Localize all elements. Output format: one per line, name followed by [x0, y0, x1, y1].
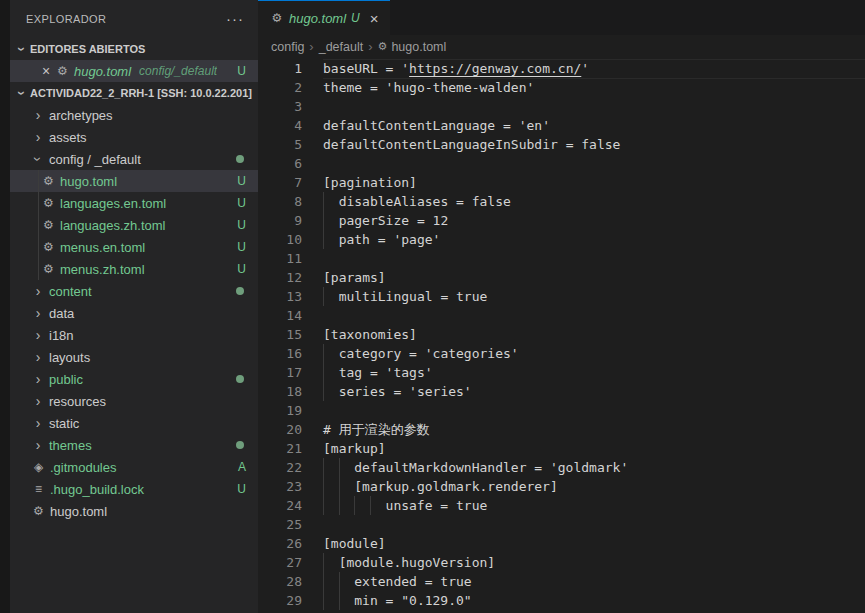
code-line-29[interactable]: 29 min = "0.129.0": [258, 591, 865, 610]
code-editor[interactable]: 1baseURL = 'https://genway.com.cn/'2them…: [258, 58, 865, 613]
code-line-8[interactable]: 8 disableAliases = false: [258, 192, 865, 211]
tree-item-gitmodules[interactable]: ◈.gitmodulesA: [10, 456, 258, 478]
line-number[interactable]: 12: [258, 268, 302, 287]
code-line-3[interactable]: 3: [258, 97, 865, 116]
code-line-22[interactable]: 22 defaultMarkdownHandler = 'goldmark': [258, 458, 865, 477]
code-line-13[interactable]: 13 multiLingual = true: [258, 287, 865, 306]
line-number[interactable]: 17: [258, 363, 302, 382]
code-line-5[interactable]: 5defaultContentLanguageInSubdir = false: [258, 135, 865, 154]
code-text: defaultMarkdownHandler = 'goldmark': [354, 460, 628, 475]
line-number[interactable]: 11: [258, 249, 302, 268]
line-number[interactable]: 8: [258, 192, 302, 211]
indent-guide: [323, 230, 339, 249]
line-content: [markup.goldmark.renderer]: [323, 477, 558, 496]
line-number[interactable]: 24: [258, 496, 302, 515]
workspace-section-header[interactable]: › ACTIVIDAD22_2_RRH-1 [SSH: 10.0.22.201]: [10, 82, 258, 104]
line-number[interactable]: 13: [258, 287, 302, 306]
open-editor-item-hugo-toml[interactable]: × ⚙ hugo.toml config/_default U: [10, 60, 258, 82]
line-number[interactable]: 7: [258, 173, 302, 192]
line-number[interactable]: 6: [258, 154, 302, 173]
line-number[interactable]: 26: [258, 534, 302, 553]
code-line-2[interactable]: 2theme = 'hugo-theme-walden': [258, 78, 865, 97]
code-line-14[interactable]: 14: [258, 306, 865, 325]
tree-item-public[interactable]: ›public: [10, 368, 258, 390]
tree-item-languages-zh-toml[interactable]: ⚙languages.zh.tomlU: [10, 214, 258, 236]
line-number[interactable]: 25: [258, 515, 302, 534]
tree-item-layouts[interactable]: ›layouts: [10, 346, 258, 368]
line-number[interactable]: 10: [258, 230, 302, 249]
line-number[interactable]: 4: [258, 116, 302, 135]
tree-item-menus-en-toml[interactable]: ⚙menus.en.tomlU: [10, 236, 258, 258]
code-line-1[interactable]: 1baseURL = 'https://genway.com.cn/': [258, 59, 865, 78]
close-icon[interactable]: ×: [370, 11, 379, 26]
tree-item-i18n[interactable]: ›i18n: [10, 324, 258, 346]
code-line-10[interactable]: 10 path = 'page': [258, 230, 865, 249]
line-number[interactable]: 20: [258, 420, 302, 439]
code-line-18[interactable]: 18 series = 'series': [258, 382, 865, 401]
tree-item-label: config / _default: [49, 152, 141, 167]
code-line-11[interactable]: 11: [258, 249, 865, 268]
code-line-9[interactable]: 9 pagerSize = 12: [258, 211, 865, 230]
code-line-21[interactable]: 21[markup]: [258, 439, 865, 458]
tree-item-hugo-toml[interactable]: ⚙hugo.tomlU: [10, 170, 258, 192]
line-number[interactable]: 18: [258, 382, 302, 401]
open-editor-file-name: hugo.toml: [74, 64, 131, 79]
code-line-12[interactable]: 12[params]: [258, 268, 865, 287]
tree-item-data[interactable]: ›data: [10, 302, 258, 324]
code-line-26[interactable]: 26[module]: [258, 534, 865, 553]
breadcrumb-item--default[interactable]: _default: [319, 40, 363, 54]
code-line-4[interactable]: 4defaultContentLanguage = 'en': [258, 116, 865, 135]
detected-link[interactable]: https://genway.com.cn/: [409, 61, 581, 76]
tree-item-label: assets: [49, 130, 87, 145]
line-number[interactable]: 19: [258, 401, 302, 420]
indent-guide: [323, 458, 339, 477]
tree-item-label: hugo.toml: [50, 504, 107, 519]
tab-hugo-toml[interactable]: ⚙ hugo.toml U ×: [258, 0, 390, 35]
tree-item-static[interactable]: ›static: [10, 412, 258, 434]
line-number[interactable]: 9: [258, 211, 302, 230]
open-editors-section-header[interactable]: › EDITORES ABIERTOS: [10, 38, 258, 60]
code-line-7[interactable]: 7[pagination]: [258, 173, 865, 192]
line-number[interactable]: 5: [258, 135, 302, 154]
breadcrumb-item-hugo-toml[interactable]: ⚙hugo.toml: [378, 40, 447, 54]
line-number[interactable]: 22: [258, 458, 302, 477]
more-actions-icon[interactable]: ···: [226, 14, 244, 24]
breadcrumb-item-config[interactable]: config: [271, 40, 304, 54]
code-line-27[interactable]: 27 [module.hugoVersion]: [258, 553, 865, 572]
line-content: path = 'page': [323, 230, 440, 249]
line-number[interactable]: 23: [258, 477, 302, 496]
indent-guide: [323, 496, 339, 515]
code-line-25[interactable]: 25: [258, 515, 865, 534]
code-line-16[interactable]: 16 category = 'categories': [258, 344, 865, 363]
line-number[interactable]: 21: [258, 439, 302, 458]
tree-item-content[interactable]: ›content: [10, 280, 258, 302]
line-number[interactable]: 14: [258, 306, 302, 325]
line-number[interactable]: 16: [258, 344, 302, 363]
tree-item-languages-en-toml[interactable]: ⚙languages.en.tomlU: [10, 192, 258, 214]
tree-item-assets[interactable]: ›assets: [10, 126, 258, 148]
chevron-down-icon: ›: [31, 151, 45, 167]
code-line-20[interactable]: 20# 用于渲染的参数: [258, 420, 865, 439]
code-line-24[interactable]: 24 unsafe = true: [258, 496, 865, 515]
code-line-23[interactable]: 23 [markup.goldmark.renderer]: [258, 477, 865, 496]
line-number[interactable]: 27: [258, 553, 302, 572]
line-number[interactable]: 29: [258, 591, 302, 610]
line-number[interactable]: 3: [258, 97, 302, 116]
code-line-19[interactable]: 19: [258, 401, 865, 420]
code-line-28[interactable]: 28 extended = true: [258, 572, 865, 591]
line-number[interactable]: 15: [258, 325, 302, 344]
close-icon[interactable]: ×: [38, 63, 54, 79]
line-number[interactable]: 28: [258, 572, 302, 591]
tree-item-hugo-build-lock[interactable]: ≡.hugo_build.lockU: [10, 478, 258, 500]
code-line-15[interactable]: 15[taxonomies]: [258, 325, 865, 344]
tree-item-archetypes[interactable]: ›archetypes: [10, 104, 258, 126]
line-number[interactable]: 2: [258, 78, 302, 97]
tree-item-resources[interactable]: ›resources: [10, 390, 258, 412]
tree-item-hugo-toml[interactable]: ⚙hugo.toml: [10, 500, 258, 522]
tree-item-menus-zh-toml[interactable]: ⚙menus.zh.tomlU: [10, 258, 258, 280]
code-line-17[interactable]: 17 tag = 'tags': [258, 363, 865, 382]
tree-item-themes[interactable]: ›themes: [10, 434, 258, 456]
line-number[interactable]: 1: [258, 59, 302, 78]
tree-item-config-default[interactable]: ›config / _default: [10, 148, 258, 170]
code-line-6[interactable]: 6: [258, 154, 865, 173]
